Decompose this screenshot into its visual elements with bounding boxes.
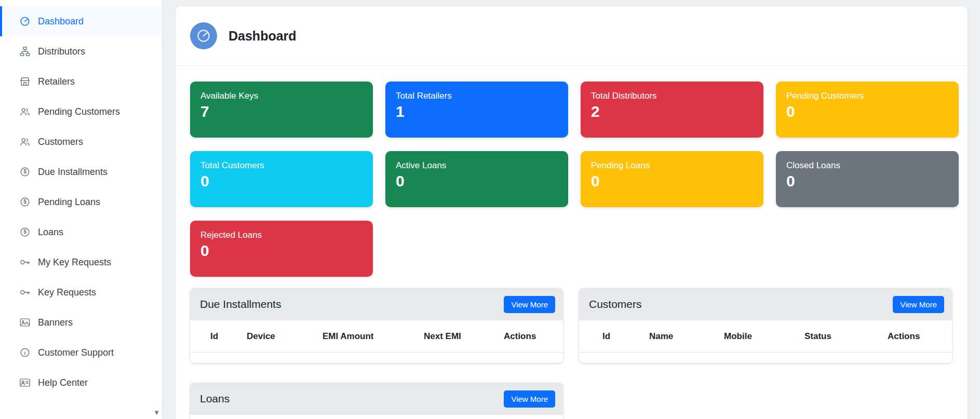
panel-title: Loans — [200, 393, 230, 405]
column-header: Device — [247, 331, 323, 342]
speedometer-icon — [196, 28, 211, 44]
stat-card-total-customers: Total Customers 0 — [190, 151, 373, 207]
sidebar-item-label: Loans — [38, 227, 63, 238]
stat-value: 0 — [200, 242, 363, 260]
column-header: Mobile — [724, 331, 804, 342]
speedometer-icon — [19, 16, 31, 27]
sidebar-item-label: Dashboard — [38, 16, 84, 27]
dollar-icon — [19, 166, 31, 178]
view-more-button[interactable]: View More — [893, 296, 944, 313]
key-icon — [19, 256, 31, 268]
stat-card-active-loans: Active Loans 0 — [385, 151, 568, 207]
sidebar-item-loans[interactable]: Loans — [0, 217, 162, 247]
column-header: Actions — [504, 331, 563, 342]
stat-label: Rejected Loans — [200, 230, 363, 240]
sidebar-item-banners[interactable]: Banners — [0, 307, 162, 337]
dashboard-card: Dashboard Available Keys 7 Total Retaile… — [176, 6, 968, 419]
users-icon — [19, 136, 31, 147]
sidebar-item-label: Banners — [38, 317, 73, 328]
sidebar-item-label: Distributors — [38, 46, 85, 57]
sidebar-item-retailers[interactable]: Retailers — [0, 66, 162, 97]
sitemap-icon — [19, 46, 31, 57]
sidebar-item-label: Pending Loans — [38, 197, 100, 208]
store-icon — [19, 76, 31, 87]
stat-card-closed-loans: Closed Loans 0 — [776, 151, 959, 207]
sidebar-item-label: Customer Support — [38, 347, 114, 358]
empty-table-body — [579, 353, 952, 363]
image-icon — [19, 317, 31, 328]
stat-value: 0 — [200, 172, 363, 191]
stat-card-pending-customers: Pending Customers 0 — [776, 82, 959, 138]
customers-panel: Customers View More Id Name Mobile Statu… — [579, 288, 952, 363]
sidebar-item-label: Pending Customers — [38, 106, 120, 117]
chevron-down-icon[interactable]: ▼ — [153, 409, 160, 416]
column-header: Name — [649, 331, 724, 342]
stat-value: 1 — [396, 103, 558, 121]
stat-card-total-retailers: Total Retailers 1 — [385, 82, 568, 138]
panel-header: Customers View More — [579, 288, 952, 320]
stat-value: 0 — [786, 172, 948, 191]
stat-label: Closed Loans — [786, 160, 948, 171]
column-header: Status — [804, 331, 888, 342]
dashboard-avatar — [190, 22, 217, 49]
stats-grid: Available Keys 7 Total Retailers 1 Total… — [176, 66, 968, 277]
stat-label: Total Customers — [200, 160, 363, 171]
sidebar-item-label: Retailers — [38, 76, 75, 87]
page-header: Dashboard — [176, 6, 968, 65]
sidebar-item-pending-loans[interactable]: Pending Loans — [0, 187, 162, 217]
stat-value: 0 — [786, 103, 948, 121]
stat-card-pending-loans: Pending Loans 0 — [581, 151, 763, 207]
empty-table-body — [190, 353, 563, 363]
sidebar-item-label: Customers — [38, 137, 83, 147]
id-card-icon — [19, 377, 31, 388]
column-header: Id — [210, 331, 247, 342]
sidebar-item-key-requests[interactable]: Key Requests — [0, 277, 162, 307]
view-more-button[interactable]: View More — [504, 390, 555, 408]
sidebar-item-label: Due Installments — [38, 167, 108, 178]
table-header-row: Id Name Mobile Status Actions — [579, 320, 952, 353]
users-icon — [19, 106, 31, 117]
sidebar-item-label: My Key Requests — [38, 257, 111, 268]
due-installments-panel: Due Installments View More Id Device EMI… — [190, 288, 563, 363]
stat-value: 7 — [200, 103, 363, 121]
page-title: Dashboard — [229, 29, 297, 44]
sidebar-item-dashboard[interactable]: Dashboard — [0, 6, 162, 36]
stat-label: Active Loans — [396, 160, 558, 171]
dollar-icon — [19, 196, 31, 208]
stat-card-total-distributors: Total Distributors 2 — [581, 82, 763, 138]
panel-header: Loans View More — [190, 383, 563, 415]
column-header: Id — [602, 331, 649, 342]
dollar-icon — [19, 226, 31, 238]
info-icon — [19, 347, 31, 358]
sidebar-item-label: Help Center — [38, 377, 88, 388]
panel-title: Due Installments — [200, 298, 281, 310]
stat-label: Pending Loans — [591, 160, 753, 171]
app-root: Dashboard Distributors Retailers Pending… — [0, 0, 980, 419]
empty-table-body — [190, 415, 563, 419]
column-header: EMI Amount — [323, 331, 424, 342]
main-content: Dashboard Available Keys 7 Total Retaile… — [163, 0, 980, 419]
panels-row-2: Loans View More — [176, 383, 968, 419]
stat-label: Total Distributors — [591, 91, 753, 101]
stat-label: Available Keys — [200, 91, 363, 101]
stat-card-available-keys: Available Keys 7 — [190, 82, 373, 138]
sidebar-item-pending-customers[interactable]: Pending Customers — [0, 97, 162, 127]
stat-value: 0 — [591, 172, 753, 191]
sidebar-item-customers[interactable]: Customers — [0, 127, 162, 157]
sidebar-item-due-installments[interactable]: Due Installments — [0, 157, 162, 187]
sidebar-item-customer-support[interactable]: Customer Support — [0, 337, 162, 368]
column-header: Next EMI — [424, 331, 504, 342]
loans-panel: Loans View More — [190, 383, 563, 419]
panels-row-1: Due Installments View More Id Device EMI… — [176, 288, 968, 363]
stat-card-rejected-loans: Rejected Loans 0 — [190, 221, 373, 277]
column-header: Actions — [888, 331, 952, 342]
stat-label: Total Retailers — [396, 91, 558, 101]
panel-title: Customers — [589, 298, 642, 310]
view-more-button[interactable]: View More — [504, 296, 555, 313]
sidebar-item-distributors[interactable]: Distributors — [0, 36, 162, 66]
sidebar-item-label: Key Requests — [38, 287, 96, 298]
stat-value: 2 — [591, 103, 753, 121]
sidebar-item-help-center[interactable]: Help Center — [0, 368, 162, 398]
panel-header: Due Installments View More — [190, 288, 563, 320]
sidebar-item-my-key-requests[interactable]: My Key Requests — [0, 247, 162, 277]
